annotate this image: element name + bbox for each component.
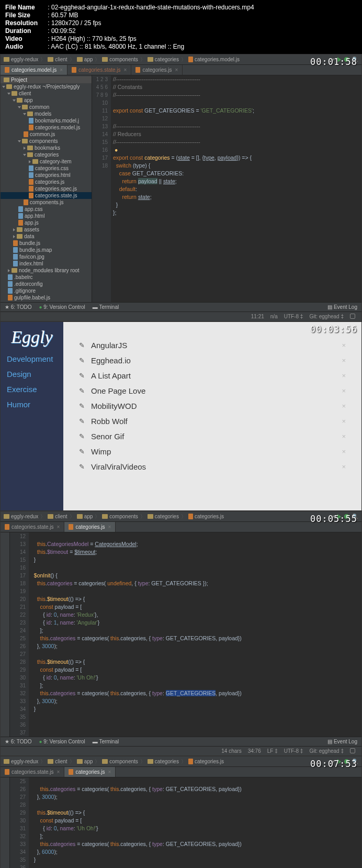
tree-item[interactable]: categories.model.js [1,124,92,131]
tree-item[interactable]: categories.spec.js [1,185,92,192]
edit-icon[interactable]: ✎ [79,357,85,364]
tree-item[interactable]: app.css [1,206,92,213]
tree-item[interactable]: components.js [1,199,92,206]
breadcrumb-item[interactable]: eggly-redux [4,514,38,519]
tree-item[interactable]: app.html [1,213,92,219]
breadcrumb-item[interactable]: app [77,57,93,62]
code-editor[interactable]: //--------------------------------------… [111,75,361,302]
breadcrumb-item[interactable]: client [48,57,67,62]
edit-icon[interactable]: ✎ [79,448,85,455]
code-editor[interactable]: this.CategoriesModel = CategoriesModel; … [29,532,361,737]
bottom-tools[interactable]: ★ 6: TODO ● 9: Version Control ▬ Termina… [1,737,361,746]
tree-item[interactable]: categories [1,151,92,158]
bookmark-label[interactable]: ViralViralVideos [91,462,146,471]
chevron-icon[interactable] [23,113,26,115]
delete-icon[interactable]: × [342,387,346,395]
editor-tabs[interactable]: categories.state.js×categories.js× [1,767,361,777]
close-icon[interactable]: × [60,67,63,73]
tree-item[interactable]: gulpfile.babel.js [1,294,92,301]
breadcrumb-item[interactable]: client [48,759,67,764]
tree-item[interactable]: bookmarks.model.j [1,117,92,124]
chevron-icon[interactable] [18,140,21,142]
close-icon[interactable]: × [108,524,111,530]
tree-item[interactable]: eggly-redux ~/Projects/eggly [1,83,92,90]
delete-icon[interactable]: × [342,432,346,440]
breadcrumb-item[interactable]: categories.model.js [188,57,240,62]
edit-icon[interactable]: ✎ [79,387,85,395]
edit-icon[interactable]: ✎ [79,402,85,410]
delete-icon[interactable]: × [342,357,346,364]
breadcrumb-item[interactable]: eggly-redux [4,57,38,62]
editor-tabs[interactable]: categories.model.js×categories.state.js×… [1,65,361,75]
close-icon[interactable]: × [175,67,178,73]
breadcrumb-item[interactable]: client [48,514,67,519]
bookmark-label[interactable]: One Page Love [91,386,145,395]
terminal-tool[interactable]: ▬ Terminal [93,739,119,744]
breadcrumb-item[interactable]: app [77,514,93,519]
breadcrumb-item[interactable]: eggly-redux [4,759,38,764]
editor-tab[interactable]: categories.js× [131,65,183,75]
chevron-icon[interactable] [7,93,10,95]
tree-item[interactable]: category-item [1,158,92,165]
category-item[interactable]: Humor [1,397,63,412]
tree-item[interactable]: bookmarks [1,144,92,151]
chevron-icon[interactable] [8,269,10,272]
vcs-tool[interactable]: ● 9: Version Control [39,304,85,310]
breadcrumb-item[interactable]: categories [148,759,179,764]
terminal-tool[interactable]: ▬ Terminal [93,304,119,310]
tree-item[interactable]: bundle.js.map [1,247,92,253]
edit-icon[interactable]: ✎ [79,341,85,349]
chevron-icon[interactable] [2,86,5,88]
category-item[interactable]: Design [1,366,63,382]
breadcrumb-item[interactable]: categories [148,57,179,62]
delete-icon[interactable]: × [342,341,346,349]
editor-tab[interactable]: categories.js× [64,522,116,532]
tree-item[interactable]: categories.css [1,165,92,172]
tree-item[interactable]: models [1,110,92,117]
bookmark-label[interactable]: AngularJS [91,341,127,350]
editor-tab[interactable]: categories.js× [64,767,116,777]
tree-item[interactable]: client [1,90,92,97]
tree-item[interactable]: components [1,138,92,144]
delete-icon[interactable]: × [342,372,346,380]
todo-tool[interactable]: ★ 6: TODO [5,304,31,310]
tree-item[interactable]: app [1,97,92,104]
bookmark-label[interactable]: MobilityWOD [91,402,137,410]
tree-item[interactable]: .gitignore [1,287,92,294]
close-icon[interactable]: × [124,67,127,73]
breadcrumb-item[interactable]: components [102,759,138,764]
chevron-icon[interactable] [23,154,26,156]
tree-item[interactable]: common.js [1,131,92,138]
bookmark-label[interactable]: Robb Wolf [91,417,128,426]
bookmark-label[interactable]: A List Apart [91,371,131,380]
close-icon[interactable]: × [57,524,60,530]
tree-item[interactable]: .babelrc [1,274,92,281]
vcs-tool[interactable]: ● 9: Version Control [39,739,85,744]
bookmark-label[interactable]: Egghead.io [91,356,131,365]
category-item[interactable]: Exercise [1,382,63,397]
chevron-icon[interactable] [13,228,15,231]
tree-item[interactable]: bundle.js [1,240,92,247]
project-tree[interactable]: Project eggly-redux ~/Projects/eggly cli… [1,75,92,302]
breadcrumb-item[interactable]: components [102,514,138,519]
breadcrumb-item[interactable]: categories.js [188,759,224,764]
breadcrumb[interactable]: eggly-redux〉 client〉 app〉 components〉 ca… [1,511,361,522]
bookmark-label[interactable]: Wimp [91,447,111,456]
edit-icon[interactable]: ✎ [79,463,85,471]
delete-icon[interactable]: × [342,417,346,425]
breadcrumb-item[interactable]: app [77,759,93,764]
tree-item[interactable]: favicon.jpg [1,253,92,260]
breadcrumb-item[interactable]: categories.js [188,514,224,519]
tree-item[interactable]: .editorconfig [1,281,92,287]
tree-item[interactable]: node_modules library root [1,267,92,274]
tree-item[interactable]: categories.state.js [1,192,92,199]
edit-icon[interactable]: ✎ [79,417,85,425]
close-icon[interactable]: × [57,769,60,775]
editor-tabs[interactable]: categories.state.js×categories.js× [1,522,361,532]
editor-tab[interactable]: categories.state.js× [1,767,64,777]
bottom-tools[interactable]: ★ 6: TODO ● 9: Version Control ▬ Termina… [1,302,361,311]
event-log[interactable]: ▤ Event Log [327,304,357,310]
tree-item[interactable]: categories.html [1,172,92,179]
tree-item[interactable]: assets [1,226,92,233]
code-editor[interactable]: this.categories = categories( this.categ… [29,777,361,868]
